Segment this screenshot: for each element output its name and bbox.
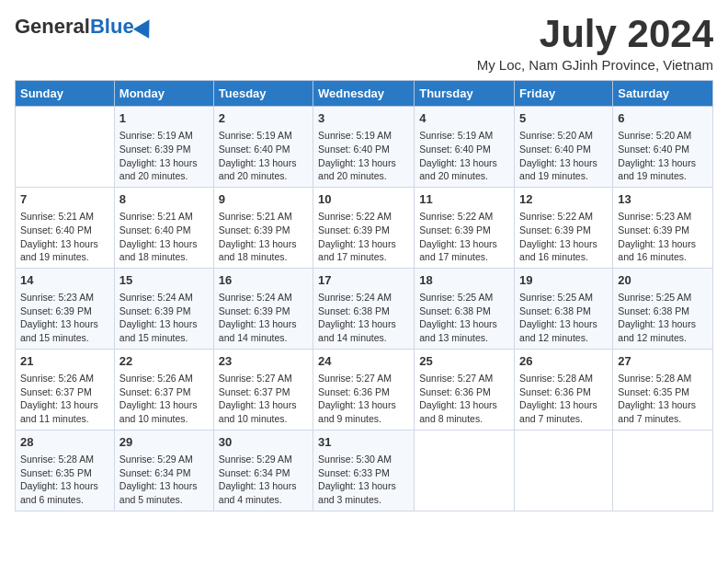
day-info: Sunrise: 5:21 AM Sunset: 6:39 PM Dayligh…	[219, 210, 308, 264]
day-cell: 22Sunrise: 5:26 AM Sunset: 6:37 PM Dayli…	[114, 349, 213, 430]
logo-blue-text: Blue	[90, 15, 134, 39]
day-number: 28	[20, 434, 109, 451]
day-cell: 6Sunrise: 5:20 AM Sunset: 6:40 PM Daylig…	[613, 107, 713, 188]
header-cell-wednesday: Wednesday	[313, 81, 415, 107]
day-cell: 1Sunrise: 5:19 AM Sunset: 6:39 PM Daylig…	[114, 107, 213, 188]
day-info: Sunrise: 5:27 AM Sunset: 6:37 PM Dayligh…	[219, 372, 308, 426]
day-info: Sunrise: 5:26 AM Sunset: 6:37 PM Dayligh…	[119, 372, 209, 426]
day-number: 23	[219, 353, 308, 370]
day-cell: 12Sunrise: 5:22 AM Sunset: 6:39 PM Dayli…	[515, 187, 613, 268]
day-info: Sunrise: 5:24 AM Sunset: 6:39 PM Dayligh…	[219, 291, 308, 345]
day-number: 20	[618, 272, 708, 289]
day-cell: 3Sunrise: 5:19 AM Sunset: 6:40 PM Daylig…	[313, 107, 415, 188]
day-info: Sunrise: 5:29 AM Sunset: 6:34 PM Dayligh…	[119, 453, 209, 507]
day-number: 26	[519, 353, 608, 370]
day-number: 6	[618, 110, 708, 127]
day-info: Sunrise: 5:19 AM Sunset: 6:40 PM Dayligh…	[419, 129, 509, 183]
day-cell: 29Sunrise: 5:29 AM Sunset: 6:34 PM Dayli…	[114, 430, 213, 511]
header-cell-thursday: Thursday	[415, 81, 515, 107]
day-info: Sunrise: 5:24 AM Sunset: 6:38 PM Dayligh…	[318, 291, 409, 345]
day-info: Sunrise: 5:23 AM Sunset: 6:39 PM Dayligh…	[618, 210, 708, 264]
day-info: Sunrise: 5:20 AM Sunset: 6:40 PM Dayligh…	[519, 129, 608, 183]
day-info: Sunrise: 5:21 AM Sunset: 6:40 PM Dayligh…	[119, 210, 209, 264]
day-cell: 8Sunrise: 5:21 AM Sunset: 6:40 PM Daylig…	[114, 187, 213, 268]
day-number: 4	[419, 110, 509, 127]
day-info: Sunrise: 5:21 AM Sunset: 6:40 PM Dayligh…	[20, 210, 109, 264]
day-number: 11	[419, 191, 509, 208]
location-text: My Loc, Nam GJinh Province, Vietnam	[477, 57, 713, 73]
calendar-header: SundayMondayTuesdayWednesdayThursdayFrid…	[16, 81, 713, 107]
day-cell	[515, 430, 613, 511]
day-number: 9	[219, 191, 308, 208]
day-cell: 17Sunrise: 5:24 AM Sunset: 6:38 PM Dayli…	[313, 268, 415, 349]
day-cell: 24Sunrise: 5:27 AM Sunset: 6:36 PM Dayli…	[313, 349, 415, 430]
day-number: 19	[519, 272, 608, 289]
day-cell: 30Sunrise: 5:29 AM Sunset: 6:34 PM Dayli…	[213, 430, 313, 511]
month-title: July 2024	[477, 15, 713, 53]
logo-general-text: General	[15, 15, 90, 39]
header-cell-saturday: Saturday	[613, 81, 713, 107]
day-cell: 13Sunrise: 5:23 AM Sunset: 6:39 PM Dayli…	[613, 187, 713, 268]
day-cell: 19Sunrise: 5:25 AM Sunset: 6:38 PM Dayli…	[515, 268, 613, 349]
day-info: Sunrise: 5:25 AM Sunset: 6:38 PM Dayligh…	[618, 291, 708, 345]
day-number: 2	[219, 110, 308, 127]
day-number: 3	[318, 110, 409, 127]
day-cell	[16, 107, 115, 188]
day-number: 25	[419, 353, 509, 370]
day-info: Sunrise: 5:20 AM Sunset: 6:40 PM Dayligh…	[618, 129, 708, 183]
day-cell: 15Sunrise: 5:24 AM Sunset: 6:39 PM Dayli…	[114, 268, 213, 349]
day-number: 15	[119, 272, 209, 289]
day-info: Sunrise: 5:22 AM Sunset: 6:39 PM Dayligh…	[318, 210, 409, 264]
day-info: Sunrise: 5:28 AM Sunset: 6:36 PM Dayligh…	[519, 372, 608, 426]
day-cell: 25Sunrise: 5:27 AM Sunset: 6:36 PM Dayli…	[415, 349, 515, 430]
day-cell: 27Sunrise: 5:28 AM Sunset: 6:35 PM Dayli…	[613, 349, 713, 430]
day-number: 10	[318, 191, 409, 208]
logo-triangle-icon	[132, 15, 156, 39]
header-cell-tuesday: Tuesday	[213, 81, 313, 107]
day-info: Sunrise: 5:22 AM Sunset: 6:39 PM Dayligh…	[519, 210, 608, 264]
day-number: 30	[219, 434, 308, 451]
day-info: Sunrise: 5:24 AM Sunset: 6:39 PM Dayligh…	[119, 291, 209, 345]
day-number: 13	[618, 191, 708, 208]
page-header: General Blue July 2024 My Loc, Nam GJinh…	[15, 15, 713, 73]
week-row-1: 1Sunrise: 5:19 AM Sunset: 6:39 PM Daylig…	[16, 107, 713, 188]
title-block: July 2024 My Loc, Nam GJinh Province, Vi…	[477, 15, 713, 73]
week-row-2: 7Sunrise: 5:21 AM Sunset: 6:40 PM Daylig…	[16, 187, 713, 268]
day-info: Sunrise: 5:28 AM Sunset: 6:35 PM Dayligh…	[20, 453, 109, 507]
day-cell: 4Sunrise: 5:19 AM Sunset: 6:40 PM Daylig…	[415, 107, 515, 188]
day-number: 27	[618, 353, 708, 370]
header-row: SundayMondayTuesdayWednesdayThursdayFrid…	[16, 81, 713, 107]
day-info: Sunrise: 5:19 AM Sunset: 6:40 PM Dayligh…	[219, 129, 308, 183]
day-cell: 20Sunrise: 5:25 AM Sunset: 6:38 PM Dayli…	[613, 268, 713, 349]
day-number: 1	[119, 110, 209, 127]
day-cell: 11Sunrise: 5:22 AM Sunset: 6:39 PM Dayli…	[415, 187, 515, 268]
day-cell: 21Sunrise: 5:26 AM Sunset: 6:37 PM Dayli…	[16, 349, 115, 430]
calendar-table: SundayMondayTuesdayWednesdayThursdayFrid…	[15, 80, 713, 511]
header-cell-friday: Friday	[515, 81, 613, 107]
day-number: 12	[519, 191, 608, 208]
day-cell: 7Sunrise: 5:21 AM Sunset: 6:40 PM Daylig…	[16, 187, 115, 268]
day-info: Sunrise: 5:19 AM Sunset: 6:40 PM Dayligh…	[318, 129, 409, 183]
day-number: 31	[318, 434, 409, 451]
day-cell: 18Sunrise: 5:25 AM Sunset: 6:38 PM Dayli…	[415, 268, 515, 349]
day-cell: 23Sunrise: 5:27 AM Sunset: 6:37 PM Dayli…	[213, 349, 313, 430]
day-cell	[613, 430, 713, 511]
day-info: Sunrise: 5:27 AM Sunset: 6:36 PM Dayligh…	[318, 372, 409, 426]
week-row-4: 21Sunrise: 5:26 AM Sunset: 6:37 PM Dayli…	[16, 349, 713, 430]
day-cell: 10Sunrise: 5:22 AM Sunset: 6:39 PM Dayli…	[313, 187, 415, 268]
day-info: Sunrise: 5:26 AM Sunset: 6:37 PM Dayligh…	[20, 372, 109, 426]
day-number: 7	[20, 191, 109, 208]
day-info: Sunrise: 5:25 AM Sunset: 6:38 PM Dayligh…	[519, 291, 608, 345]
day-cell: 16Sunrise: 5:24 AM Sunset: 6:39 PM Dayli…	[213, 268, 313, 349]
day-number: 16	[219, 272, 308, 289]
day-cell: 2Sunrise: 5:19 AM Sunset: 6:40 PM Daylig…	[213, 107, 313, 188]
day-number: 29	[119, 434, 209, 451]
day-cell: 14Sunrise: 5:23 AM Sunset: 6:39 PM Dayli…	[16, 268, 115, 349]
day-info: Sunrise: 5:27 AM Sunset: 6:36 PM Dayligh…	[419, 372, 509, 426]
day-number: 17	[318, 272, 409, 289]
day-cell: 5Sunrise: 5:20 AM Sunset: 6:40 PM Daylig…	[515, 107, 613, 188]
day-info: Sunrise: 5:30 AM Sunset: 6:33 PM Dayligh…	[318, 453, 409, 507]
day-number: 21	[20, 353, 109, 370]
day-number: 8	[119, 191, 209, 208]
day-cell: 28Sunrise: 5:28 AM Sunset: 6:35 PM Dayli…	[16, 430, 115, 511]
